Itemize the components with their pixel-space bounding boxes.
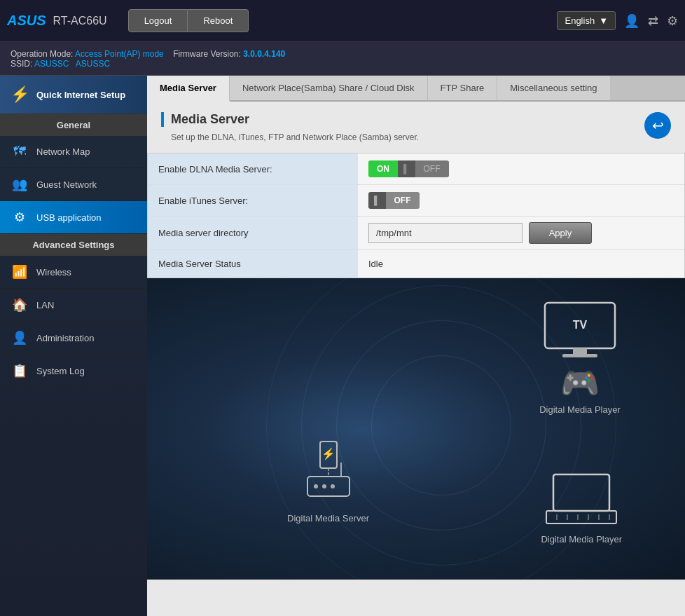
logo-asus: ASUS: [7, 13, 46, 29]
svg-rect-12: [553, 474, 609, 511]
administration-icon: 👤: [11, 330, 28, 345]
table-row: Media Server Status Idle: [148, 250, 684, 278]
share-icon[interactable]: ⇄: [648, 13, 658, 29]
sidebar-item-administration[interactable]: 👤 Administration: [0, 322, 147, 355]
tv-icon-wrapper: TV: [538, 299, 622, 371]
advanced-settings-label: Advanced Settings: [0, 234, 147, 256]
tv-svg: TV: [538, 299, 622, 369]
back-icon: ↩: [652, 117, 664, 134]
tab-misc-settings[interactable]: Miscellaneous setting: [497, 76, 609, 100]
user-icon[interactable]: 👤: [624, 13, 639, 29]
operation-mode-link[interactable]: Access Point(AP) mode: [75, 49, 164, 59]
svg-point-3: [314, 484, 318, 488]
content-header-area: Media Server Set up the DLNA, iTunes, FT…: [147, 102, 685, 146]
itunes-off-label[interactable]: OFF: [386, 192, 420, 209]
svg-rect-11: [562, 354, 597, 357]
status-value: Idle: [358, 250, 684, 278]
dlna-label: Enable DLNA Media Server:: [148, 153, 358, 185]
quick-setup-label: Quick Internet Setup: [36, 90, 125, 100]
dlna-slider[interactable]: ▌: [398, 160, 415, 177]
itunes-toggle[interactable]: ▌ OFF: [368, 192, 420, 209]
language-selector[interactable]: English ▼: [557, 11, 616, 30]
system-log-label: System Log: [36, 366, 85, 376]
firmware-label: Firmware Version:: [173, 49, 241, 59]
operation-mode-label: Operation Mode:: [11, 49, 73, 59]
dlna-control: ON ▌ OFF: [358, 153, 684, 185]
sidebar-item-usb-application[interactable]: ⚙ USB application: [0, 201, 147, 234]
dlna-off-label[interactable]: OFF: [415, 160, 449, 177]
media-server-icon: ⚡: [293, 438, 364, 510]
usb-application-label: USB application: [36, 212, 102, 223]
dlna-toggle[interactable]: ON ▌ OFF: [368, 160, 449, 177]
sidebar-item-wireless[interactable]: 📶 Wireless: [0, 256, 147, 289]
tab-ftp-share[interactable]: FTP Share: [428, 76, 498, 100]
svg-point-4: [322, 484, 326, 488]
guest-network-icon: 👥: [11, 177, 28, 192]
svg-rect-10: [573, 348, 587, 354]
router-svg: ⚡: [293, 438, 364, 508]
settings-panel: Enable DLNA Media Server: ON ▌ OFF Enabl…: [147, 153, 685, 278]
logo: ASUS RT-AC66U: [7, 13, 107, 29]
firmware-link[interactable]: 3.0.0.4.140: [243, 49, 285, 59]
logout-button[interactable]: Logout: [128, 9, 188, 32]
sidebar-item-guest-network[interactable]: 👥 Guest Network: [0, 168, 147, 201]
settings-table: Enable DLNA Media Server: ON ▌ OFF Enabl…: [148, 153, 684, 278]
ssid-value-1: ASUSSC: [34, 59, 69, 69]
logo-model: RT-AC66U: [53, 15, 107, 27]
wireless-icon: 📶: [11, 264, 28, 280]
wireless-label: Wireless: [36, 267, 71, 278]
ssid-label: SSID:: [11, 59, 32, 69]
header-right: English ▼ 👤 ⇄ ⚙: [557, 11, 678, 30]
table-row: Enable iTunes Server: ▌ OFF: [148, 185, 684, 217]
status-label: Media Server Status: [148, 250, 358, 278]
table-row: Media server directory Apply: [148, 217, 684, 250]
settings-icon[interactable]: ⚙: [667, 13, 678, 29]
network-map-icon: 🗺: [11, 144, 28, 159]
media-player-label: Digital Media Player: [538, 404, 622, 415]
sidebar-item-lan[interactable]: 🏠 LAN: [0, 289, 147, 322]
media-laptop-label: Digital Media Player: [541, 534, 622, 545]
directory-label: Media server directory: [148, 217, 358, 250]
reboot-button[interactable]: Reboot: [188, 9, 249, 32]
lan-icon: 🏠: [11, 297, 28, 313]
itunes-slider[interactable]: ▌: [368, 192, 386, 209]
tab-samba-share[interactable]: Network Place(Samba) Share / Cloud Disk: [230, 76, 428, 100]
sidebar-item-system-log[interactable]: 📋 System Log: [0, 355, 147, 388]
general-section-label: General: [0, 114, 147, 136]
itunes-control: ▌ OFF: [358, 185, 684, 217]
lan-label: LAN: [36, 300, 54, 310]
quick-setup-icon: ⚡: [11, 85, 29, 104]
laptop-svg: [543, 471, 620, 531]
back-button[interactable]: ↩: [644, 112, 671, 139]
quick-internet-setup[interactable]: ⚡ Quick Internet Setup: [0, 76, 147, 114]
media-player-device: TV 🎮 Digital Media Player: [538, 299, 622, 415]
svg-text:⚡: ⚡: [321, 447, 335, 460]
page-title: Media Server: [161, 112, 419, 127]
administration-label: Administration: [36, 333, 94, 343]
tab-media-server[interactable]: Media Server: [147, 76, 230, 102]
header-nav: Logout Reboot: [128, 9, 249, 32]
tabs-bar: Media Server Network Place(Samba) Share …: [147, 76, 685, 102]
language-dropdown-icon: ▼: [599, 15, 608, 26]
apply-button[interactable]: Apply: [529, 222, 593, 244]
media-laptop-device: Digital Media Player: [541, 471, 622, 545]
sidebar-item-network-map[interactable]: 🗺 Network Map: [0, 136, 147, 168]
ssid-value-2: ASUSSC: [76, 59, 110, 69]
directory-input[interactable]: [368, 223, 523, 243]
svg-text:TV: TV: [573, 319, 588, 331]
dlna-on-label[interactable]: ON: [368, 160, 398, 177]
page-description: Set up the DLNA, iTunes, FTP and Network…: [161, 132, 419, 142]
network-map-label: Network Map: [36, 146, 90, 157]
svg-point-5: [331, 484, 335, 488]
usb-application-icon: ⚙: [11, 210, 28, 225]
directory-control: Apply: [358, 217, 684, 250]
media-server-label: Digital Media Server: [287, 513, 369, 523]
guest-network-label: Guest Network: [36, 179, 97, 190]
main-layout: ⚡ Quick Internet Setup General 🗺 Network…: [0, 76, 685, 616]
media-illustration: ⚡ Digital Media Server: [147, 278, 685, 580]
info-bar: Operation Mode: Access Point(AP) mode Fi…: [0, 42, 685, 76]
media-server-device: ⚡ Digital Media Server: [287, 438, 369, 523]
system-log-icon: 📋: [11, 363, 28, 378]
header: ASUS RT-AC66U Logout Reboot English ▼ 👤 …: [0, 0, 685, 42]
laptop-icon-wrapper: [541, 471, 622, 533]
